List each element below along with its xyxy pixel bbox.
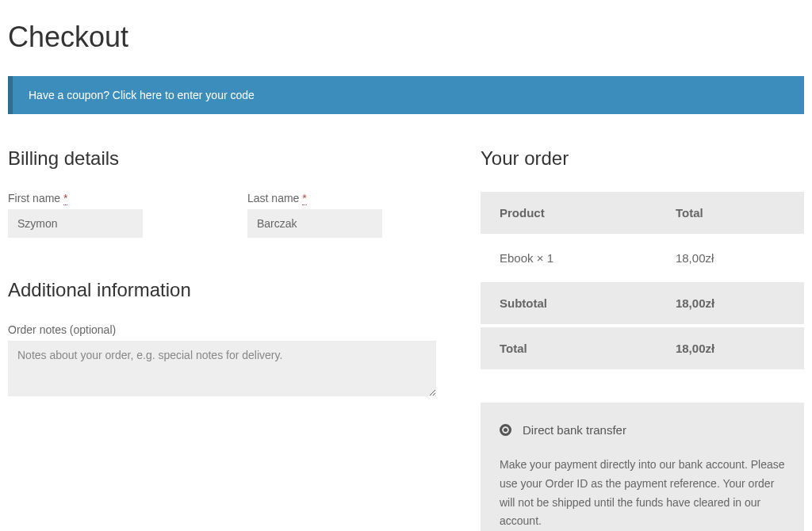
additional-info-heading: Additional information — [8, 279, 436, 301]
order-notes-label: Order notes (optional) — [8, 323, 436, 336]
order-col-total: Total — [657, 192, 804, 235]
last-name-input[interactable] — [247, 209, 382, 238]
last-name-label: Last name * — [247, 192, 436, 204]
page-title: Checkout — [8, 21, 804, 54]
order-subtotal-value: 18,00zł — [657, 281, 804, 326]
coupon-link[interactable]: Click here to enter your code — [113, 89, 255, 101]
order-total-label: Total — [481, 326, 657, 369]
order-subtotal-row: Subtotal 18,00zł — [481, 281, 804, 326]
payment-method-description: Make your payment directly into our bank… — [500, 456, 785, 531]
required-asterisk-icon: * — [302, 192, 306, 205]
payment-method-label: Direct bank transfer — [523, 423, 626, 437]
payment-method-option[interactable]: Direct bank transfer — [500, 423, 785, 437]
billing-heading: Billing details — [8, 147, 436, 170]
order-notes-textarea[interactable] — [8, 341, 436, 396]
order-item-name: Ebook × 1 — [481, 235, 657, 281]
first-name-input[interactable] — [8, 209, 143, 238]
order-subtotal-label: Subtotal — [481, 281, 657, 326]
order-summary-table: Product Total Ebook × 1 18,00zł Subtotal… — [481, 192, 804, 369]
first-name-label: First name * — [8, 192, 197, 204]
order-item-total: 18,00zł — [657, 235, 804, 281]
payment-methods-box: Direct bank transfer Make your payment d… — [481, 403, 804, 531]
required-asterisk-icon: * — [63, 192, 67, 205]
coupon-notice: Have a coupon? Click here to enter your … — [8, 76, 804, 114]
order-item-row: Ebook × 1 18,00zł — [481, 235, 804, 281]
order-total-row: Total 18,00zł — [481, 326, 804, 369]
your-order-heading: Your order — [481, 147, 804, 170]
radio-selected-icon — [500, 424, 511, 436]
coupon-prompt: Have a coupon? — [29, 89, 113, 101]
order-total-value: 18,00zł — [657, 326, 804, 369]
order-col-product: Product — [481, 192, 657, 235]
